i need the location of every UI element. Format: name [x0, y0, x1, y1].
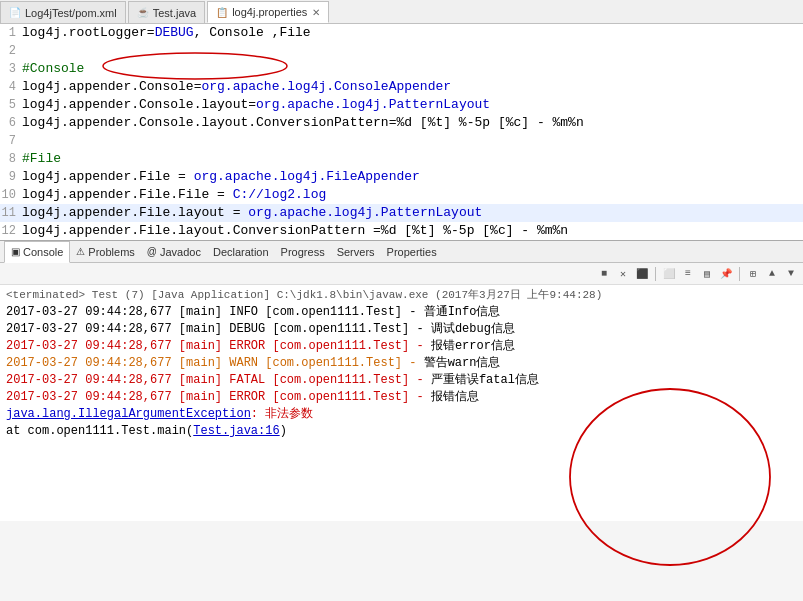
word-wrap-button[interactable]: ≡: [680, 266, 696, 282]
code-line-12-content: log4j.appender.File.layout.ConversionPat…: [22, 222, 568, 240]
code-line-1: 1 log4j.rootLogger=DEBUG, Console ,File: [0, 24, 803, 42]
stack-trace-link[interactable]: Test.java:16: [193, 424, 279, 438]
code-line-10: 10 log4j.appender.File.File = C://log2.l…: [0, 186, 803, 204]
code-line-8: 8 #File: [0, 150, 803, 168]
test-java-icon: ☕: [137, 7, 149, 18]
declaration-tab-label: Declaration: [213, 246, 269, 258]
exception-message: : 非法参数: [251, 407, 313, 421]
console-tab-declaration[interactable]: Declaration: [207, 241, 275, 263]
code-line-3: 3 #Console: [0, 60, 803, 78]
code-line-6-content: log4j.appender.Console.layout.Conversion…: [22, 114, 584, 132]
exception-line: java.lang.IllegalArgumentException: 非法参数: [6, 406, 797, 423]
tab-test-java-label: Test.java: [153, 7, 196, 19]
code-line-9: 9 log4j.appender.File = org.apache.log4j…: [0, 168, 803, 186]
view-menu-button[interactable]: ⊞: [745, 266, 761, 282]
code-line-10-content: log4j.appender.File.File = C://log2.log: [22, 186, 326, 204]
console-tab-properties[interactable]: Properties: [381, 241, 443, 263]
exception-link[interactable]: java.lang.IllegalArgumentException: [6, 407, 251, 421]
code-line-8-content: #File: [22, 150, 61, 168]
open-console-button[interactable]: ▤: [699, 266, 715, 282]
stack-trace-text: at com.open1111.Test.main(: [6, 424, 193, 438]
console-panel: ▣ Console ⚠ Problems @ Javadoc Declarati…: [0, 241, 803, 521]
tab-log4j-label: log4j.properties: [232, 6, 307, 18]
toolbar-sep-2: [739, 267, 740, 281]
tab-close-icon[interactable]: ✕: [312, 7, 320, 18]
log-line-2: 2017-03-27 09:44:28,677 [main] DEBUG [co…: [6, 321, 797, 338]
console-tab-bar: ▣ Console ⚠ Problems @ Javadoc Declarati…: [0, 241, 803, 263]
line-num-12: 12: [0, 222, 22, 240]
line-num-3: 3: [0, 60, 22, 78]
line-num-4: 4: [0, 78, 22, 96]
console-header: <terminated> Test (7) [Java Application]…: [6, 287, 797, 304]
properties-tab-label: Properties: [387, 246, 437, 258]
log-line-1: 2017-03-27 09:44:28,677 [main] INFO [com…: [6, 304, 797, 321]
stop-button[interactable]: ✕: [615, 266, 631, 282]
code-line-2: 2: [0, 42, 803, 60]
code-line-9-content: log4j.appender.File = org.apache.log4j.F…: [22, 168, 420, 186]
code-line-4-content: log4j.appender.Console=org.apache.log4j.…: [22, 78, 451, 96]
console-tab-javadoc[interactable]: @ Javadoc: [141, 241, 207, 263]
code-line-7-content: [22, 132, 30, 150]
pom-xml-icon: 📄: [9, 7, 21, 18]
pin-button[interactable]: 📌: [718, 266, 734, 282]
tab-log4j-properties[interactable]: 📋 log4j.properties ✕: [207, 1, 329, 23]
line-num-8: 8: [0, 150, 22, 168]
console-tab-label: Console: [23, 246, 63, 258]
console-content[interactable]: <terminated> Test (7) [Java Application]…: [0, 285, 803, 521]
line-num-6: 6: [0, 114, 22, 132]
console-tab-console[interactable]: ▣ Console: [4, 241, 70, 263]
log-line-3: 2017-03-27 09:44:28,677 [main] ERROR [co…: [6, 338, 797, 355]
stack-trace-line: at com.open1111.Test.main(Test.java:16): [6, 423, 797, 440]
code-line-1-content: log4j.rootLogger=DEBUG, Console ,File: [22, 24, 311, 42]
line-num-10: 10: [0, 186, 22, 204]
progress-tab-label: Progress: [281, 246, 325, 258]
log-line-6: 2017-03-27 09:44:28,677 [main] ERROR [co…: [6, 389, 797, 406]
javadoc-tab-label: Javadoc: [160, 246, 201, 258]
line-num-1: 1: [0, 24, 22, 42]
console-tab-servers[interactable]: Servers: [331, 241, 381, 263]
problems-tab-label: Problems: [88, 246, 134, 258]
clear-console-button[interactable]: ■: [596, 266, 612, 282]
code-line-4: 4 log4j.appender.Console=org.apache.log4…: [0, 78, 803, 96]
code-line-11: 11 log4j.appender.File.layout = org.apac…: [0, 204, 803, 222]
code-line-7: 7: [0, 132, 803, 150]
tab-pom-xml-label: Log4jTest/pom.xml: [25, 7, 117, 19]
problems-icon: ⚠: [76, 246, 85, 257]
code-line-3-content: #Console: [22, 60, 84, 78]
console-toolbar: ■ ✕ ⬛ ⬜ ≡ ▤ 📌 ⊞ ▲ ▼: [0, 263, 803, 285]
console-icon: ▣: [11, 246, 20, 257]
log-line-5: 2017-03-27 09:44:28,677 [main] FATAL [co…: [6, 372, 797, 389]
servers-tab-label: Servers: [337, 246, 375, 258]
line-num-9: 9: [0, 168, 22, 186]
log-line-4: 2017-03-27 09:44:28,677 [main] WARN [com…: [6, 355, 797, 372]
code-line-2-content: [22, 42, 30, 60]
line-num-5: 5: [0, 96, 22, 114]
line-num-2: 2: [0, 42, 22, 60]
line-num-11: 11: [0, 204, 22, 222]
tab-test-java[interactable]: ☕ Test.java: [128, 1, 205, 23]
tab-bar: 📄 Log4jTest/pom.xml ☕ Test.java 📋 log4j.…: [0, 0, 803, 24]
log4j-icon: 📋: [216, 7, 228, 18]
stack-trace-end: ): [280, 424, 287, 438]
maximize-button[interactable]: ▲: [764, 266, 780, 282]
disconnect-button[interactable]: ⬛: [634, 266, 650, 282]
code-line-6: 6 log4j.appender.Console.layout.Conversi…: [0, 114, 803, 132]
line-num-7: 7: [0, 132, 22, 150]
minimize-button[interactable]: ▼: [783, 266, 799, 282]
tab-pom-xml[interactable]: 📄 Log4jTest/pom.xml: [0, 1, 126, 23]
code-line-11-content: log4j.appender.File.layout = org.apache.…: [22, 204, 482, 222]
scroll-lock-button[interactable]: ⬜: [661, 266, 677, 282]
code-line-12: 12 log4j.appender.File.layout.Conversion…: [0, 222, 803, 240]
javadoc-icon: @: [147, 246, 157, 257]
editor-wrapper: 1 log4j.rootLogger=DEBUG, Console ,File …: [0, 24, 803, 241]
editor: 1 log4j.rootLogger=DEBUG, Console ,File …: [0, 24, 803, 241]
code-line-5: 5 log4j.appender.Console.layout=org.apac…: [0, 96, 803, 114]
code-line-5-content: log4j.appender.Console.layout=org.apache…: [22, 96, 490, 114]
toolbar-sep-1: [655, 267, 656, 281]
console-tab-problems[interactable]: ⚠ Problems: [70, 241, 140, 263]
console-tab-progress[interactable]: Progress: [275, 241, 331, 263]
